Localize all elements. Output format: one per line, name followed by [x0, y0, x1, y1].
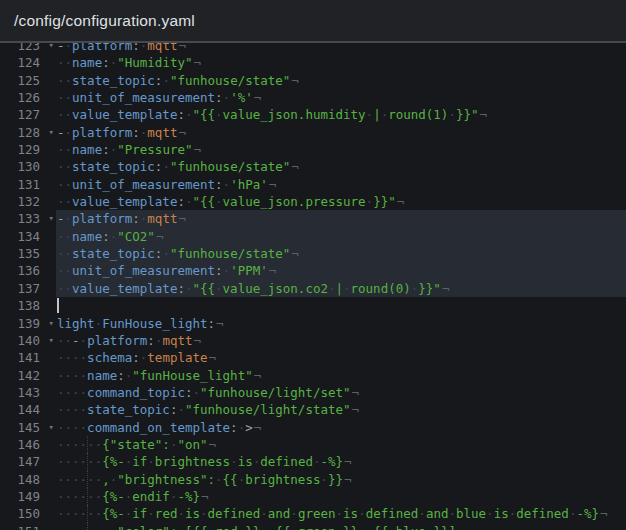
eol-marker: ¬ — [441, 281, 450, 296]
editor-header: /config/configuration.yaml — [0, 0, 626, 43]
fold-arrow-icon[interactable]: ▾ — [49, 332, 54, 349]
code-text: ··unit_of_measurement:·'%'¬ — [56, 89, 626, 106]
indent-guide — [87, 505, 88, 522]
code-editor[interactable]: 123▾-·platform:·mqtt¬124··name:·"Humidit… — [0, 43, 626, 530]
line-number[interactable]: 142 — [0, 367, 56, 384]
line-number[interactable]: 146 — [0, 436, 56, 453]
code-line-129[interactable]: 129··name:·"Pressure"¬ — [0, 141, 626, 158]
code-line-141[interactable]: 141····schema:·template¬ — [0, 349, 626, 366]
line-number[interactable]: 123▾ — [0, 43, 56, 54]
code-text: ····command_on_template:·>¬ — [56, 419, 626, 436]
indent-guide — [87, 471, 88, 488]
code-text: ··name:·"CO2"¬ — [56, 228, 626, 245]
code-line-125[interactable]: 125··state_topic:·"funhouse/state"¬ — [0, 72, 626, 89]
code-text — [56, 297, 626, 314]
code-text: ······{"state":·"on"¬ — [56, 436, 626, 453]
code-line-123[interactable]: 123▾-·platform:·mqtt¬ — [0, 43, 626, 54]
line-number[interactable]: 133▾ — [0, 210, 56, 227]
line-number[interactable]: 129 — [0, 141, 56, 158]
indent-guide — [87, 523, 88, 530]
line-number[interactable]: 126 — [0, 89, 56, 106]
code-line-127[interactable]: 127··value_template:·"{{·value_json.humi… — [0, 106, 626, 123]
code-text: ····command_topic:·"funhouse/light/set"¬ — [56, 384, 626, 401]
line-number[interactable]: 144 — [0, 401, 56, 418]
code-line-148[interactable]: 148······,·"brightness":·{{·brightness·}… — [0, 471, 626, 488]
code-line-142[interactable]: 142····name:·"funHouse_light"¬ — [0, 367, 626, 384]
code-text: -·platform:·mqtt¬ — [56, 43, 626, 54]
eol-marker: ¬ — [177, 43, 186, 53]
code-line-126[interactable]: 126··unit_of_measurement:·'%'¬ — [0, 89, 626, 106]
line-number[interactable]: 124 — [0, 54, 56, 71]
code-line-135[interactable]: 135··state_topic:·"funhouse/state"¬ — [0, 245, 626, 262]
line-number[interactable]: 130 — [0, 158, 56, 175]
code-line-133[interactable]: 133▾-·platform:·mqtt¬ — [0, 210, 626, 227]
fold-arrow-icon[interactable]: ▾ — [49, 124, 54, 141]
line-number[interactable]: 143 — [0, 384, 56, 401]
code-line-150[interactable]: 150······{%-·if·red·is·defined·and·green… — [0, 505, 626, 522]
line-number[interactable]: 128▾ — [0, 124, 56, 141]
code-text: ··-·platform:·mqtt¬ — [56, 332, 626, 349]
file-editor-window: /config/configuration.yaml 123▾-·platfor… — [0, 0, 626, 530]
code-text: ··name:·"Humidity"¬ — [56, 54, 626, 71]
code-text: ··state_topic:·"funhouse/state"¬ — [56, 158, 626, 175]
fold-arrow-icon[interactable]: ▾ — [49, 315, 54, 332]
line-number[interactable]: 134 — [0, 228, 56, 245]
eol-marker: ¬ — [456, 524, 465, 530]
code-line-149[interactable]: 149······{%-·endif·-%}¬ — [0, 488, 626, 505]
line-number[interactable]: 147 — [0, 453, 56, 470]
line-number[interactable]: 137 — [0, 280, 56, 297]
code-text: ······{%-·if·red·is·defined·and·green·is… — [56, 505, 626, 522]
code-line-134[interactable]: 134··name:·"CO2"¬ — [0, 228, 626, 245]
file-path: /config/configuration.yaml — [0, 12, 195, 30]
eol-marker: ¬ — [290, 246, 299, 261]
code-line-140[interactable]: 140▾··-·platform:·mqtt¬ — [0, 332, 626, 349]
code-text: ····schema:·template¬ — [56, 349, 626, 366]
eol-marker: ¬ — [215, 316, 224, 331]
code-line-132[interactable]: 132··value_template:·"{{·value_json.pres… — [0, 193, 626, 210]
line-number[interactable]: 148 — [0, 471, 56, 488]
code-line-124[interactable]: 124··name:·"Humidity"¬ — [0, 54, 626, 71]
fold-arrow-icon[interactable]: ▾ — [49, 419, 54, 436]
line-number[interactable]: 141 — [0, 349, 56, 366]
code-line-138[interactable]: 138 — [0, 297, 626, 314]
code-line-146[interactable]: 146······{"state":·"on"¬ — [0, 436, 626, 453]
eol-marker: ¬ — [177, 125, 186, 140]
eol-marker: ¬ — [155, 229, 164, 244]
line-number[interactable]: 131 — [0, 176, 56, 193]
line-number[interactable]: 136 — [0, 262, 56, 279]
line-number[interactable]: 145▾ — [0, 419, 56, 436]
eol-marker: ¬ — [351, 385, 360, 400]
eol-marker: ¬ — [208, 437, 217, 452]
code-line-136[interactable]: 136··unit_of_measurement:·'PPM'¬ — [0, 262, 626, 279]
line-number[interactable]: 138 — [0, 297, 56, 314]
line-number[interactable]: 135 — [0, 245, 56, 262]
eol-marker: ¬ — [177, 211, 186, 226]
fold-arrow-icon[interactable]: ▾ — [49, 210, 54, 227]
line-number[interactable]: 127 — [0, 106, 56, 123]
code-line-128[interactable]: 128▾-·platform:·mqtt¬ — [0, 124, 626, 141]
code-text: ··unit_of_measurement:·'hPa'¬ — [56, 176, 626, 193]
code-text: ··value_template:·"{{·value_json.humidit… — [56, 106, 626, 123]
eol-marker: ¬ — [268, 263, 277, 278]
line-number[interactable]: 139▾ — [0, 315, 56, 332]
code-text: ····state_topic:·"funhouse/light/state"¬ — [56, 401, 626, 418]
fold-arrow-icon[interactable]: ▾ — [49, 43, 54, 54]
code-line-131[interactable]: 131··unit_of_measurement:·'hPa'¬ — [0, 176, 626, 193]
code-line-145[interactable]: 145▾····command_on_template:·>¬ — [0, 419, 626, 436]
code-text: ··unit_of_measurement:·'PPM'¬ — [56, 262, 626, 279]
code-text: ····name:·"funHouse_light"¬ — [56, 367, 626, 384]
line-number[interactable]: 140▾ — [0, 332, 56, 349]
code-line-137[interactable]: 137··value_template:·"{{·value_json.co2·… — [0, 280, 626, 297]
eol-marker: ¬ — [290, 159, 299, 174]
code-line-147[interactable]: 147······{%-·if·brightness·is·defined·-%… — [0, 453, 626, 470]
code-line-151[interactable]: 151······,·"color":·[{{·red·}},·{{·green… — [0, 523, 626, 530]
code-line-130[interactable]: 130··state_topic:·"funhouse/state"¬ — [0, 158, 626, 175]
line-number[interactable]: 125 — [0, 72, 56, 89]
code-line-139[interactable]: 139▾light·FunHouse_light:¬ — [0, 315, 626, 332]
line-number[interactable]: 132 — [0, 193, 56, 210]
code-line-144[interactable]: 144····state_topic:·"funhouse/light/stat… — [0, 401, 626, 418]
line-number[interactable]: 149 — [0, 488, 56, 505]
line-number[interactable]: 150 — [0, 505, 56, 522]
code-line-143[interactable]: 143····command_topic:·"funhouse/light/se… — [0, 384, 626, 401]
line-number[interactable]: 151 — [0, 523, 56, 530]
